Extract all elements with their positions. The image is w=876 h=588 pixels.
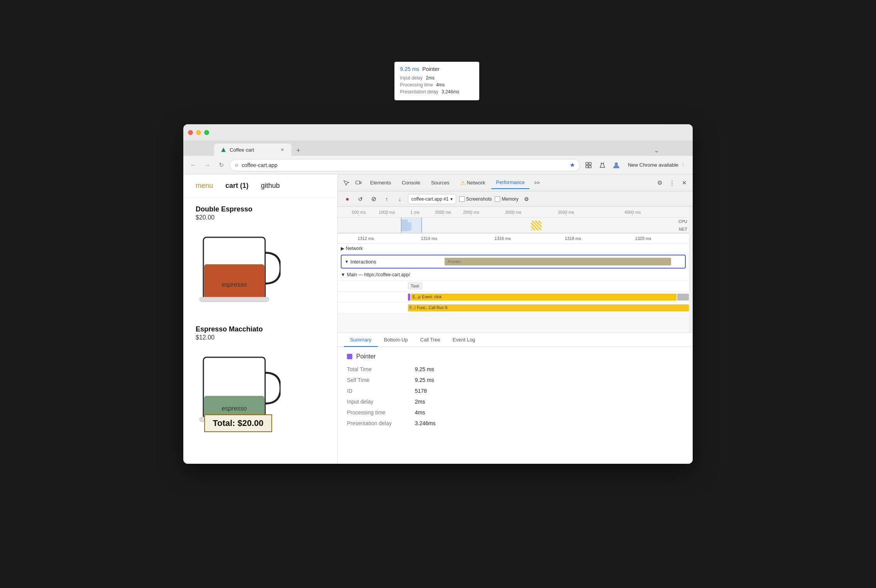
maximize-button[interactable]	[204, 130, 209, 135]
svg-rect-16	[356, 181, 360, 184]
pointer-event-bar[interactable]: Pointer	[445, 258, 671, 265]
interactions-collapse-arrow[interactable]: ▼	[342, 259, 349, 264]
coffee-nav: menu cart (1) github	[183, 174, 337, 198]
task-row[interactable]: Task	[338, 281, 689, 292]
memory-checkbox[interactable]	[495, 196, 500, 202]
summary-id-value: 5178	[415, 388, 427, 394]
timeline-main: 500 ms 1000 ms 1 ms 2000 ms 2500 ms 3000…	[338, 207, 689, 333]
ruler-mark-1500: 1 ms	[410, 210, 419, 215]
func-abbrev: F...l	[409, 306, 416, 310]
traffic-lights	[188, 130, 209, 135]
coffee-app: menu cart (1) github Double Espresso $20…	[183, 174, 338, 464]
item-price-macchiato: $12.00	[196, 334, 325, 341]
event-abbrev: E...p	[413, 295, 421, 299]
tab-bottom-up[interactable]: Bottom-Up	[378, 333, 414, 347]
device-toggle-button[interactable]	[353, 177, 364, 188]
upload-button[interactable]: ↑	[382, 194, 392, 204]
coffee-items-list: Double Espresso $20.00 espresso	[183, 198, 337, 464]
new-tab-button[interactable]: +	[293, 145, 304, 156]
timeline-selection[interactable]	[401, 218, 422, 233]
minimize-button[interactable]	[196, 130, 201, 135]
summary-area: Summary Bottom-Up Call Tree Event Log	[338, 333, 693, 464]
summary-event-title: Pointer	[347, 353, 683, 360]
screenshots-checkbox-label[interactable]: Screenshots	[459, 196, 492, 202]
reload-record-button[interactable]: ↺	[355, 194, 365, 204]
bookmark-button[interactable]: ★	[570, 161, 575, 169]
back-button[interactable]: ←	[188, 160, 199, 171]
summary-row-self-time: Self Time 9.25 ms	[347, 377, 683, 383]
tab-console[interactable]: Console	[397, 177, 425, 189]
profile-button[interactable]	[611, 160, 622, 171]
net-label: NET	[679, 227, 687, 231]
tab-close-button[interactable]: ✕	[279, 147, 285, 153]
coffee-item-macchiato: Espresso Macchiato $12.00 espresso Tota	[196, 325, 325, 436]
cpu-overview-bar[interactable]: CPU NET	[338, 218, 689, 233]
summary-total-time-value: 9.25 ms	[415, 366, 434, 372]
event-type: Event: click	[422, 295, 442, 299]
capture-settings-button[interactable]: ⚙	[522, 194, 532, 204]
summary-total-time-label: Total Time	[347, 366, 409, 372]
item-name-double-espresso: Double Espresso	[196, 205, 325, 213]
ruler-mark-4000: 4000 ms	[624, 210, 641, 215]
memory-checkbox-label[interactable]: Memory	[495, 196, 518, 202]
tab-performance[interactable]: Performance	[491, 177, 529, 189]
zoom-ruler: 1312 ms 1314 ms 1316 ms 1318 ms 1320 ms	[338, 233, 689, 244]
devtools-settings-button[interactable]: ⚙	[654, 177, 665, 188]
tab-dropdown-button[interactable]: ⌄	[651, 145, 662, 156]
func-row[interactable]: F...l Func...Call Run N	[338, 302, 689, 313]
close-button[interactable]	[188, 130, 193, 135]
cup-double-espresso[interactable]: espresso	[196, 226, 281, 316]
inspect-element-button[interactable]	[341, 177, 352, 188]
more-tabs-button[interactable]: >>	[531, 177, 543, 189]
item-price-double-espresso: $20.00	[196, 214, 325, 221]
nav-cart-link[interactable]: cart (1)	[225, 182, 249, 190]
ruler-mark-1000: 1000 ms	[379, 210, 395, 215]
summary-input-delay-label: Input delay	[347, 399, 409, 405]
reload-button[interactable]: ↻	[216, 160, 227, 171]
func-bar[interactable]: F...l Func...Call Run N	[408, 304, 689, 311]
summary-tabs: Summary Bottom-Up Call Tree Event Log	[338, 333, 693, 347]
tab-elements[interactable]: Elements	[365, 177, 396, 189]
screenshots-checkbox[interactable]	[459, 196, 465, 202]
active-tab[interactable]: Coffee cart ✕	[214, 144, 291, 156]
tab-call-tree[interactable]: Call Tree	[414, 333, 446, 347]
browser-window: Coffee cart ✕ + ⌄ ← → ↻ ⊙ coffee-cart.ap…	[183, 124, 693, 464]
record-button[interactable]: ●	[342, 194, 352, 204]
interactions-row[interactable]: ▼ Interactions Pointer	[341, 255, 686, 269]
main-track-header[interactable]: ▼ Main — https://coffee-cart.app/	[338, 269, 689, 281]
devtools-close-button[interactable]: ✕	[679, 177, 690, 188]
event-click-bar[interactable]: E...p Event: click	[411, 294, 676, 301]
grey-bar	[677, 294, 689, 301]
cup-macchiato[interactable]: espresso Total: $20.00	[196, 346, 281, 436]
clear-button[interactable]: ⊘	[369, 194, 379, 204]
summary-id-label: ID	[347, 388, 409, 394]
timeline-scrollbar[interactable]	[689, 207, 693, 333]
nav-github-link[interactable]: github	[261, 182, 280, 190]
extensions-button[interactable]	[583, 160, 594, 171]
download-button[interactable]: ↓	[395, 194, 405, 204]
url-bar[interactable]: ⊙ coffee-cart.app ★	[230, 159, 580, 171]
zoom-mark-1312: 1312 ms	[358, 236, 374, 241]
tab-favicon	[220, 147, 227, 153]
nav-menu-link[interactable]: menu	[196, 182, 213, 190]
devtools-toolbar: Elements Console Sources ⚠ Network Perfo…	[338, 174, 693, 191]
total-banner: Total: $20.00	[204, 414, 272, 432]
event-row[interactable]: E...p Event: click	[338, 292, 689, 302]
svg-point-7	[615, 162, 618, 166]
session-selector[interactable]: coffee-cart.app #1 ▾	[408, 194, 456, 204]
interactions-track[interactable]: ▼ Interactions Pointer	[338, 253, 689, 269]
new-chrome-button[interactable]: New Chrome available ⋮	[625, 160, 688, 171]
summary-presentation-label: Presentation delay	[347, 420, 409, 426]
tab-network[interactable]: ⚠ Network	[456, 177, 490, 189]
forward-button[interactable]: →	[202, 160, 213, 171]
tab-event-log[interactable]: Event Log	[446, 333, 482, 347]
labs-button[interactable]	[597, 160, 608, 171]
summary-presentation-value: 3.246ms	[415, 420, 436, 426]
network-track[interactable]: ▶ Network	[338, 244, 689, 253]
network-track-label: ▶ Network	[338, 246, 363, 251]
tab-summary[interactable]: Summary	[344, 333, 378, 347]
tab-sources[interactable]: Sources	[426, 177, 454, 189]
devtools-more-button[interactable]: ⋮	[666, 177, 677, 188]
network-warning-icon: ⚠	[460, 180, 465, 186]
title-bar	[183, 124, 693, 141]
